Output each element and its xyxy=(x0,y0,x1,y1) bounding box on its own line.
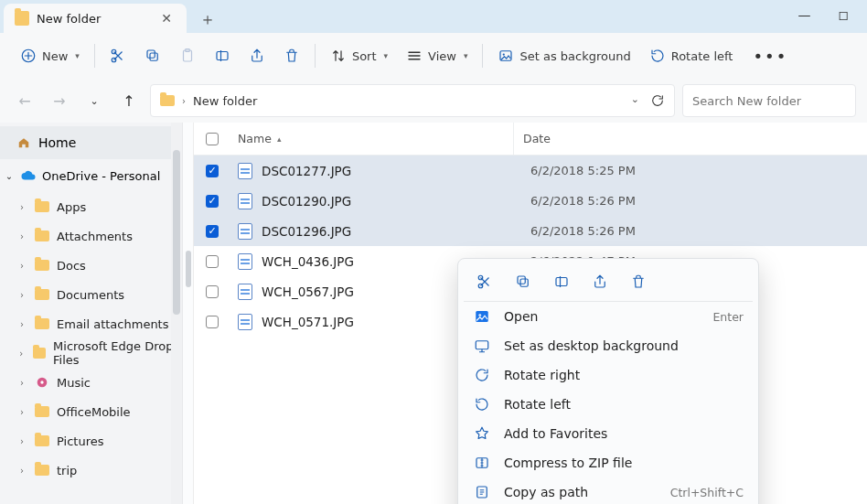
file-name: DSC01290.JPG xyxy=(262,194,351,209)
sidebar-item[interactable]: ›Music xyxy=(0,368,182,397)
row-checkbox[interactable] xyxy=(206,255,219,268)
set-background-button[interactable]: Set as background xyxy=(488,40,639,71)
row-checkbox[interactable] xyxy=(206,285,219,298)
copy-path-icon xyxy=(473,484,491,500)
splitter[interactable] xyxy=(183,123,194,504)
ctx-rotate-right-label: Rotate right xyxy=(504,368,744,382)
view-icon xyxy=(406,48,423,64)
sidebar-item[interactable]: ›Apps xyxy=(0,192,182,221)
ctx-rename-button[interactable] xyxy=(551,272,572,292)
more-button[interactable]: ••• xyxy=(742,47,798,66)
scrollbar-thumb[interactable] xyxy=(186,251,191,287)
ctx-set-desktop-bg[interactable]: Set as desktop background xyxy=(464,331,753,360)
sidebar-item[interactable]: ›Documents xyxy=(0,280,182,309)
row-checkbox[interactable]: ✓ xyxy=(206,225,219,238)
nav-back-button[interactable]: ← xyxy=(11,87,38,114)
sidebar-item-label: Pictures xyxy=(57,434,103,448)
address-dropdown-button[interactable]: ⌄ xyxy=(631,93,639,108)
row-checkbox[interactable]: ✓ xyxy=(206,195,219,208)
file-name: WCH_0567.JPG xyxy=(262,284,354,299)
ctx-favorites-label: Add to Favorites xyxy=(504,426,744,441)
sort-icon xyxy=(330,48,347,64)
rotate-left-toolbar-button[interactable]: Rotate left xyxy=(640,40,743,71)
column-name[interactable]: Name ▴ xyxy=(230,123,514,155)
nav-recent-button[interactable]: ⌄ xyxy=(80,87,108,114)
svg-point-11 xyxy=(40,381,43,383)
search-input[interactable] xyxy=(682,84,856,117)
minimize-button[interactable]: — xyxy=(797,7,810,22)
header-select-all[interactable] xyxy=(194,133,230,145)
ctx-compress[interactable]: Compress to ZIP file xyxy=(464,448,753,477)
row-checkbox[interactable]: ✓ xyxy=(206,165,219,177)
sidebar-item[interactable]: ›OfficeMobile xyxy=(0,397,182,426)
row-checkbox[interactable] xyxy=(206,316,219,328)
ctx-favorites[interactable]: Add to Favorites xyxy=(464,419,753,448)
file-row[interactable]: ✓DSC01290.JPG6/2/2018 5:26 PM xyxy=(194,186,867,216)
breadcrumb[interactable]: New folder xyxy=(193,94,257,108)
folder-icon xyxy=(35,465,49,476)
chevron-down-icon: ▾ xyxy=(464,51,468,60)
chevron-down-icon: ▾ xyxy=(75,51,80,60)
rename-button[interactable] xyxy=(205,40,240,71)
music-icon xyxy=(35,375,49,390)
sidebar-onedrive[interactable]: ⌄ OneDrive - Personal xyxy=(0,159,182,192)
maximize-button[interactable]: ◻ xyxy=(838,7,849,22)
home-icon xyxy=(16,136,31,149)
sidebar-item[interactable]: ›Docs xyxy=(0,251,182,280)
nav-up-button[interactable]: ↑ xyxy=(115,87,143,114)
chevron-right-icon: › xyxy=(182,96,186,106)
ctx-copy-button[interactable] xyxy=(513,272,533,292)
sidebar-home[interactable]: Home xyxy=(0,126,182,159)
image-file-icon xyxy=(238,193,252,209)
ctx-copy-path-label: Copy as path xyxy=(504,485,658,499)
svg-rect-14 xyxy=(520,279,528,286)
titlebar: New folder ✕ ＋ — ◻ xyxy=(0,0,867,33)
context-top-actions xyxy=(464,264,753,302)
nav-forward-button[interactable]: → xyxy=(46,87,73,114)
paste-button[interactable] xyxy=(170,40,205,71)
new-icon xyxy=(20,48,37,64)
new-button[interactable]: New ▾ xyxy=(11,40,89,71)
chevron-right-icon: › xyxy=(16,436,27,446)
sidebar-item[interactable]: ›Attachments xyxy=(0,221,182,251)
svg-rect-15 xyxy=(518,276,525,284)
ctx-rotate-left[interactable]: Rotate left xyxy=(464,390,753,419)
ctx-compress-label: Compress to ZIP file xyxy=(504,456,744,470)
file-row[interactable]: ✓DSC01296.JPG6/2/2018 5:26 PM xyxy=(194,216,867,246)
rotate-left-label: Rotate left xyxy=(671,49,733,63)
sort-button[interactable]: Sort ▾ xyxy=(321,40,397,71)
view-label: View xyxy=(428,49,456,63)
copy-button[interactable] xyxy=(135,40,170,71)
sidebar-item-label: Email attachments xyxy=(57,317,168,331)
sidebar-home-label: Home xyxy=(38,135,76,150)
sidebar-item[interactable]: ›Pictures xyxy=(0,426,182,456)
sidebar-scrollbar[interactable] xyxy=(171,123,182,504)
ctx-delete-button[interactable] xyxy=(628,272,648,292)
cut-button[interactable] xyxy=(101,40,135,71)
svg-rect-17 xyxy=(476,311,488,322)
folder-icon xyxy=(15,11,29,26)
delete-button[interactable] xyxy=(274,40,309,71)
ctx-open[interactable]: Open Enter xyxy=(464,302,753,331)
column-date[interactable]: Date xyxy=(514,132,697,145)
close-tab-button[interactable]: ✕ xyxy=(157,10,176,27)
sidebar-item[interactable]: ›Email attachments xyxy=(0,309,182,338)
scrollbar-thumb[interactable] xyxy=(173,150,180,315)
new-tab-button[interactable]: ＋ xyxy=(194,5,221,33)
sidebar-item[interactable]: ›Microsoft Edge Drop Files xyxy=(0,338,182,368)
ctx-share-button[interactable] xyxy=(590,272,610,292)
share-button[interactable] xyxy=(240,40,274,71)
ctx-copy-path[interactable]: Copy as path Ctrl+Shift+C xyxy=(464,477,753,504)
folder-icon xyxy=(35,260,49,271)
view-button[interactable]: View ▾ xyxy=(397,40,476,71)
file-row[interactable]: ✓DSC01277.JPG6/2/2018 5:25 PM xyxy=(194,155,867,186)
rotate-right-icon xyxy=(473,367,491,383)
svg-rect-16 xyxy=(556,278,567,286)
address-bar[interactable]: › New folder ⌄ xyxy=(150,84,675,117)
sidebar-item[interactable]: ›trip xyxy=(0,456,182,485)
ctx-rotate-right[interactable]: Rotate right xyxy=(464,360,753,390)
sidebar-item-label: Apps xyxy=(57,200,86,214)
ctx-cut-button[interactable] xyxy=(475,272,495,292)
refresh-button[interactable] xyxy=(650,93,665,108)
tab-active[interactable]: New folder ✕ xyxy=(4,4,187,33)
